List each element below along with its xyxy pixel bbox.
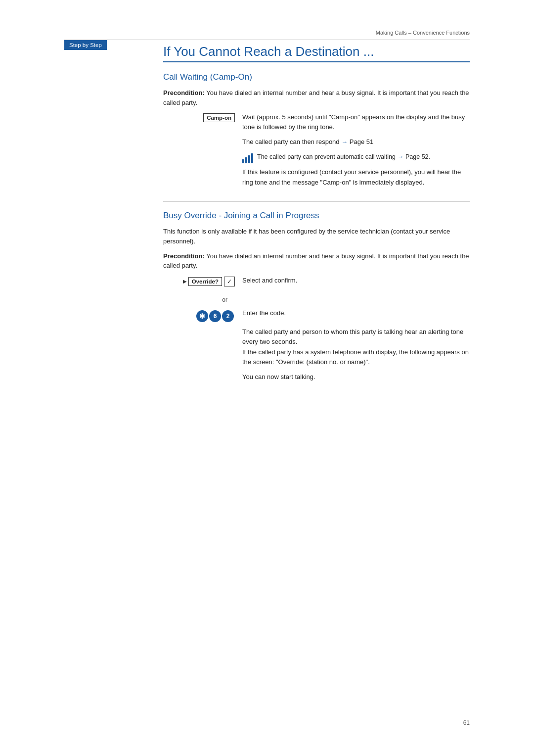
code-circles: ✱ 6 2 [196, 310, 235, 322]
left-sidebar: Step by Step [64, 40, 153, 387]
respond-text: The called party can then respond → Page… [242, 137, 470, 147]
precondition-text: You have dialed an internal number and h… [163, 89, 469, 106]
override-row: ▶ Override? ✓ Select and confirm. [163, 276, 470, 290]
result-row: The called party and person to whom this… [163, 327, 470, 387]
code-6: 6 [209, 310, 221, 322]
result-right: The called party and person to whom this… [242, 327, 470, 387]
main-content: Step by Step If You Cannot Reach a Desti… [64, 40, 470, 387]
override-control: ▶ Override? ✓ [183, 277, 235, 286]
or-row: or [163, 293, 470, 305]
override-box: Override? [188, 277, 222, 286]
bars-icon [242, 153, 253, 163]
or-right [242, 293, 470, 305]
camp-on-box: Camp-on [203, 113, 235, 122]
page-number: 61 [463, 719, 470, 726]
step-by-step-badge: Step by Step [64, 40, 107, 50]
final-text: You can now start talking. [242, 372, 470, 382]
play-arrow-icon: ▶ [183, 279, 187, 284]
or-text: or [163, 296, 235, 303]
precondition-label: Precondition: [163, 89, 205, 96]
precondition2-label: Precondition: [163, 252, 205, 260]
wait-text: Wait (approx. 5 seconds) until "Camp-on"… [242, 112, 470, 132]
note2-text: If this feature is configured (contact y… [242, 167, 470, 187]
note1-text: The called party can prevent automatic c… [257, 152, 430, 162]
code-star: ✱ [196, 310, 208, 322]
page-container: Making Calls – Convenience Functions Ste… [0, 0, 534, 756]
section1-precondition: Precondition: You have dialed an interna… [163, 88, 470, 107]
override-left: ▶ Override? ✓ [163, 276, 242, 290]
enter-code-text: Enter the code. [242, 308, 470, 323]
select-confirm-text: Select and confirm. [242, 276, 470, 290]
header-text: Making Calls – Convenience Functions [376, 30, 470, 36]
checkmark-box: ✓ [224, 277, 235, 286]
right-content: If You Cannot Reach a Destination ... Ca… [153, 40, 470, 387]
section-divider [163, 201, 470, 202]
result-left [163, 327, 242, 387]
or-left: or [163, 293, 242, 305]
result-text: The called party and person to whom this… [242, 327, 470, 367]
camp-on-row: Camp-on Wait (approx. 5 seconds) until "… [163, 112, 470, 192]
code-2: 2 [222, 310, 234, 322]
camp-on-left: Camp-on [163, 112, 242, 192]
section2-title: Busy Override - Joining a Call in Progre… [163, 211, 470, 221]
section2-intro: This function is only available if it ha… [163, 227, 470, 246]
precondition2-text: You have dialed an internal number and h… [163, 252, 469, 270]
header-area: Making Calls – Convenience Functions [0, 30, 534, 36]
section2-precondition: Precondition: You have dialed an interna… [163, 251, 470, 271]
code-left: ✱ 6 2 [163, 309, 242, 322]
page-title: If You Cannot Reach a Destination ... [163, 44, 470, 62]
respond-arrow: → [341, 137, 348, 147]
note1-row: The called party can prevent automatic c… [242, 152, 470, 163]
camp-on-right: Wait (approx. 5 seconds) until "Camp-on"… [242, 112, 470, 192]
section1-title: Call Waiting (Camp-On) [163, 72, 470, 82]
code-row: ✱ 6 2 Enter the code. [163, 308, 470, 323]
